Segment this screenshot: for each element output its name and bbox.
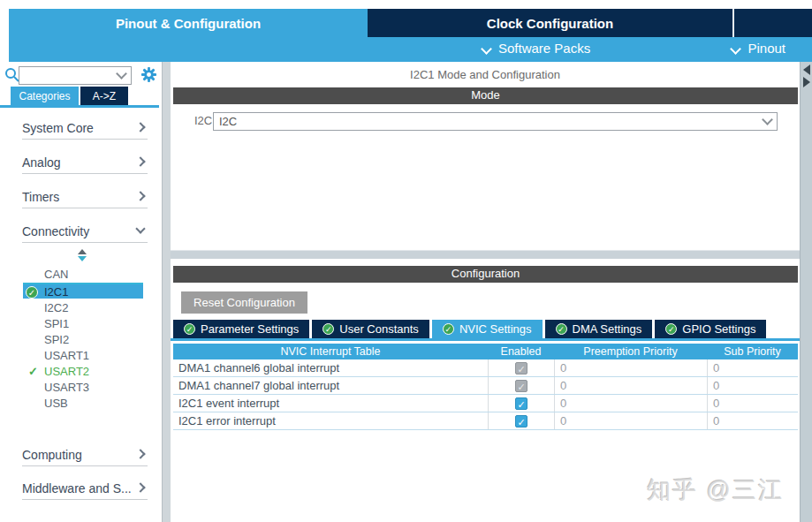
preemption-priority-cell[interactable]: 0 [554,377,707,394]
pinout-menu[interactable]: Pinout [732,41,785,56]
gear-icon[interactable] [140,66,157,83]
category-label: Timers [22,190,59,204]
chevron-down-icon [482,43,492,53]
sidebar-item-timers[interactable]: Timers [22,186,148,208]
tab-clock-configuration[interactable]: Clock Configuration [368,9,732,37]
tab-partial-right[interactable] [734,9,812,37]
sub-priority-cell[interactable]: 0 [707,359,798,376]
tab-user-constants[interactable]: ✓ User Constants [312,320,429,338]
preemption-priority-cell[interactable]: 0 [554,412,707,429]
check-icon: ✓ [323,323,334,335]
check-icon: ✓ [184,323,195,335]
collapse-right-icon [803,77,810,87]
top-header: Pinout & Configuration Clock Configurati… [9,9,812,62]
peripheral-label: SPI2 [44,333,69,346]
sidebar-tabs: Categories A->Z [0,87,162,105]
configuration-section-header: Configuration [173,266,798,283]
tab-label: GPIO Settings [682,322,755,336]
sidebar-search-row [0,62,162,88]
software-packs-menu[interactable]: Software Packs [482,41,590,56]
tab-parameter-settings[interactable]: ✓ Parameter Settings [173,320,309,338]
check-icon: ✓ [556,323,567,335]
configured-check-icon: ✓ [28,364,38,380]
chevron-down-icon [135,223,145,233]
table-row: I2C1 error interrupt ✓ 0 0 [173,412,798,430]
tab-label: NVIC Settings [459,322,532,336]
list-scroll-spinner[interactable] [76,249,88,261]
peripheral-label: I2C2 [44,301,68,314]
i2c-mode-combobox[interactable]: I2C [213,112,778,131]
interrupt-name: I2C1 event interrupt [173,395,488,412]
sub-priority-cell[interactable]: 0 [707,412,798,429]
check-icon: ✓ [443,323,454,335]
enabled-checkbox[interactable]: ✓ [515,415,527,427]
header-preemption-priority: Preemption Priority [554,344,707,359]
configured-check-icon: ✓ [26,286,38,299]
sub-navigation: Software Packs Pinout [9,37,812,62]
sidebar-item-system-core[interactable]: System Core [22,117,148,140]
tab-label: Categories [19,90,70,102]
sidebar-item-i2c1[interactable]: ✓ I2C1 [23,283,143,299]
sidebar-scrollbar[interactable] [162,62,171,522]
configuration-tabs: ✓ Parameter Settings ✓ User Constants ✓ … [173,320,766,338]
category-label: Analog [22,155,61,170]
configuration-tab-underline [171,338,800,341]
horizontal-splitter[interactable] [171,250,800,259]
tab-categories[interactable]: Categories [11,87,79,105]
sidebar-item-middleware[interactable]: Middleware and S... [22,478,148,500]
peripheral-label: USART2 [44,365,89,378]
enabled-checkbox[interactable]: ✓ [515,380,527,392]
sidebar-tab-underline [0,105,159,108]
sidebar-item-usart1[interactable]: USART1 [23,348,143,364]
preemption-priority-cell[interactable]: 0 [554,395,707,412]
header-nvic-interrupt-table: NVIC Interrupt Table [173,344,488,359]
interrupt-name: DMA1 channel7 global interrupt [173,377,488,394]
tab-pinout-configuration[interactable]: Pinout & Configuration [9,9,368,37]
mode-field-row: I2C I2C [171,112,800,131]
enabled-checkbox[interactable]: ✓ [515,362,527,374]
right-panel-splitter[interactable] [800,62,812,522]
tab-nvic-settings[interactable]: ✓ NVIC Settings [432,320,543,338]
table-row: I2C1 event interrupt ✓ 0 0 [173,395,798,412]
sidebar-item-usart3[interactable]: USART3 [23,380,143,396]
search-combobox[interactable] [19,66,132,85]
i2c-field-label: I2C [194,114,212,127]
header-sub-priority: Sub Priority [707,344,798,359]
category-label: Connectivity [22,224,89,238]
sidebar-item-connectivity[interactable]: Connectivity [22,221,148,243]
tab-label: A->Z [93,90,116,102]
tab-gpio-settings[interactable]: ✓ GPIO Settings [655,320,766,338]
chevron-right-icon [135,191,145,200]
table-row: DMA1 channel6 global interrupt ✓ 0 0 [173,359,798,377]
sidebar-item-usart2[interactable]: ✓ USART2 [23,364,143,380]
tab-label: DMA Settings [573,322,642,336]
software-packs-label: Software Packs [498,41,590,56]
tab-label: Parameter Settings [201,322,299,336]
i2c-mode-value: I2C [219,115,237,128]
chevron-right-icon [135,482,145,492]
sidebar-item-analog[interactable]: Analog [22,152,148,174]
sidebar-item-spi1[interactable]: SPI1 [23,316,143,332]
category-label: System Core [22,121,94,135]
sub-priority-cell[interactable]: 0 [707,395,798,412]
preemption-priority-cell[interactable]: 0 [554,359,707,376]
tab-a-to-z[interactable]: A->Z [80,87,128,105]
sidebar-item-usb[interactable]: USB [23,396,143,412]
sub-priority-cell[interactable]: 0 [707,377,798,394]
enabled-checkbox[interactable]: ✓ [515,397,527,410]
peripheral-label: SPI1 [44,317,69,330]
reset-configuration-button[interactable]: Reset Configuration [181,291,307,314]
sidebar-item-computing[interactable]: Computing [22,444,148,466]
table-row: DMA1 channel7 global interrupt ✓ 0 0 [173,377,798,395]
peripheral-label: USB [44,397,68,410]
chevron-down-icon [116,68,127,79]
sidebar-item-i2c2[interactable]: I2C2 [23,300,143,316]
scroll-down-icon [78,256,87,261]
panel-title: I2C1 Mode and Configuration [171,68,800,81]
sidebar-item-can[interactable]: CAN [23,267,143,283]
tab-dma-settings[interactable]: ✓ DMA Settings [545,320,653,338]
tab-label: Clock Configuration [487,16,613,31]
tab-label: Pinout & Configuration [116,16,261,31]
top-tab-row: Pinout & Configuration Clock Configurati… [9,9,812,37]
sidebar-item-spi2[interactable]: SPI2 [23,332,143,348]
